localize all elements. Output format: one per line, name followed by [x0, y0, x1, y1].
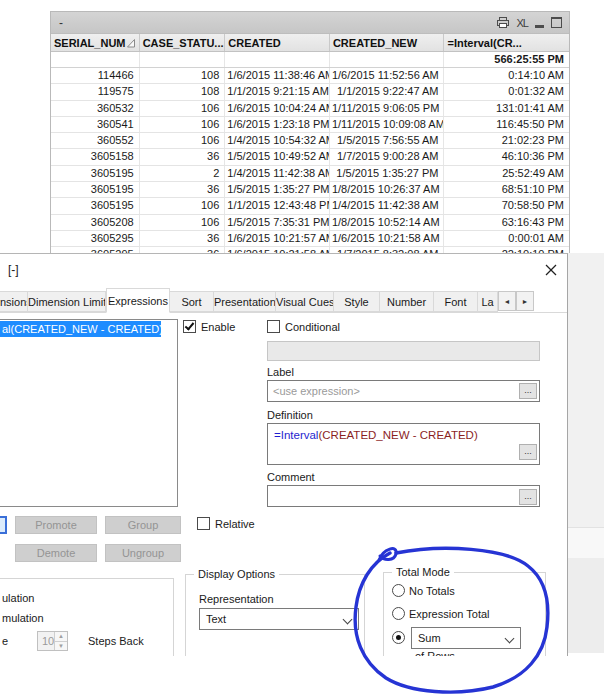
expression-listbox[interactable]: al(CREATED_NEW - CREATED) [0, 319, 178, 507]
sum-aggregate-select[interactable]: Sum [411, 627, 521, 649]
table-cell[interactable]: 106 [140, 215, 226, 230]
tab-scroll-right-button[interactable]: ► [516, 291, 534, 311]
expression-total-radio[interactable] [392, 607, 405, 620]
relative-checkbox[interactable] [197, 517, 210, 530]
table-row[interactable]: 36051951061/1/2015 12:43:48 PM1/4/2015 1… [51, 198, 569, 214]
table-cell[interactable]: 1/5/2015 7:35:31 PM [225, 215, 330, 230]
no-totals-option[interactable]: No Totals [392, 584, 455, 597]
stepper-up-icon[interactable]: ▲ [55, 632, 67, 642]
table-cell[interactable]: 106 [140, 133, 226, 148]
table-cell[interactable]: 68:51:10 PM [444, 182, 569, 197]
excel-export-icon[interactable]: XL [517, 17, 528, 29]
accumulation-option-fragment[interactable]: mulation [2, 612, 44, 624]
table-row[interactable]: 1144661081/6/2015 11:38:46 AM1/6/2015 11… [51, 68, 569, 84]
table-cell[interactable]: 1/6/2015 1:23:18 PM [225, 117, 330, 132]
print-icon[interactable] [496, 16, 510, 29]
table-cell[interactable]: 3605208 [51, 215, 140, 230]
table-row[interactable]: 3605521061/4/2015 10:54:32 AM1/5/2015 7:… [51, 133, 569, 149]
table-cell[interactable]: 1/5/2015 1:35:27 PM [330, 166, 445, 181]
comment-input[interactable]: ... [267, 485, 540, 507]
table-cell[interactable]: 25:52:49 AM [444, 166, 569, 181]
accumulation-option-fragment[interactable]: ulation [2, 592, 34, 604]
tab-la[interactable]: La [478, 291, 498, 312]
column-header[interactable]: CREATED_NEW [330, 34, 445, 51]
stepper-down-icon[interactable]: ▼ [55, 642, 67, 651]
tab-expressions[interactable]: Expressions [106, 288, 170, 313]
tab-visual-cues[interactable]: Visual Cues [276, 291, 334, 312]
group-button[interactable]: Group [105, 516, 181, 534]
tab-dimension-limits[interactable]: Dimension Limits [28, 291, 106, 312]
accumulation-option-fragment[interactable]: e [2, 635, 8, 647]
table-cell[interactable]: 3605195 [51, 198, 140, 213]
focused-button-fragment[interactable] [0, 516, 7, 534]
maximize-icon[interactable] [551, 17, 562, 28]
sum-of-rows-radio[interactable] [392, 631, 405, 644]
table-cell[interactable]: 36 [140, 231, 226, 246]
table-cell[interactable]: 106 [140, 117, 226, 132]
table-cell[interactable]: 1/6/2015 10:21:57 AM [225, 231, 330, 246]
table-cell[interactable]: 1/11/2015 9:06:05 PM [330, 101, 445, 116]
column-header[interactable]: SERIAL_NUM [51, 34, 140, 51]
table-cell[interactable]: 21:02:23 PM [444, 133, 569, 148]
table-cell[interactable]: 2 [140, 166, 226, 181]
table-cell[interactable]: 360541 [51, 117, 140, 132]
label-input[interactable]: <use expression> ... [267, 380, 540, 402]
table-cell[interactable]: 63:16:43 PM [444, 215, 569, 230]
demote-button[interactable]: Demote [15, 544, 97, 562]
definition-browse-button[interactable]: ... [519, 444, 537, 460]
table-row[interactable]: 1195751081/1/2015 9:21:15 AM1/1/2015 9:2… [51, 84, 569, 100]
table-row[interactable]: 3605158361/5/2015 10:49:52 AM1/7/2015 9:… [51, 149, 569, 165]
table-cell[interactable]: 36 [140, 182, 226, 197]
tab-presentation[interactable]: Presentation [214, 291, 276, 312]
table-cell[interactable]: 1/1/2015 12:43:48 PM [225, 198, 330, 213]
table-row[interactable]: 3605411061/6/2015 1:23:18 PM1/11/2015 10… [51, 117, 569, 133]
table-cell[interactable]: 1/5/2015 10:49:52 AM [225, 149, 330, 164]
column-header[interactable]: CREATED [225, 34, 330, 51]
table-cell[interactable]: 1/6/2015 10:21:58 AM [330, 231, 445, 246]
no-totals-radio[interactable] [392, 584, 405, 597]
table-cell[interactable]: 119575 [51, 84, 140, 99]
table-cell[interactable]: 131:01:41 AM [444, 101, 569, 116]
column-header[interactable]: =Interval(CR... [444, 34, 569, 51]
table-cell[interactable]: 114466 [51, 68, 140, 83]
table-cell[interactable]: 3605195 [51, 166, 140, 181]
table-row[interactable]: 3605195361/5/2015 1:35:27 PM1/8/2015 10:… [51, 182, 569, 198]
table-cell[interactable]: 1/4/2015 10:54:32 AM [225, 133, 330, 148]
table-window-titlebar[interactable]: - XL [51, 12, 569, 34]
tab-font[interactable]: Font [434, 291, 478, 312]
table-cell[interactable]: 1/8/2015 10:26:37 AM [330, 182, 445, 197]
minimize-icon[interactable] [535, 18, 544, 28]
table-row[interactable]: 36052081061/5/2015 7:35:31 PM1/8/2015 10… [51, 215, 569, 231]
comment-browse-button[interactable]: ... [519, 489, 537, 505]
table-cell[interactable]: 46:10:36 PM [444, 149, 569, 164]
table-cell[interactable]: 106 [140, 198, 226, 213]
table-cell[interactable]: 1/1/2015 9:22:47 AM [330, 84, 445, 99]
definition-input[interactable]: =Interval(CREATED_NEW - CREATED) ... [267, 423, 540, 465]
table-cell[interactable]: 1/5/2015 7:56:55 AM [330, 133, 445, 148]
tab-sort[interactable]: Sort [170, 291, 214, 312]
steps-back-stepper[interactable]: 10 ▲▼ [37, 631, 68, 651]
tab-style[interactable]: Style [334, 291, 380, 312]
conditional-checkbox[interactable] [267, 320, 280, 333]
table-cell[interactable]: 1/4/2015 11:42:38 AM [225, 166, 330, 181]
table-cell[interactable]: 0:00:01 AM [444, 231, 569, 246]
tab-nsions[interactable]: nsions [0, 291, 28, 312]
table-cell[interactable]: 1/7/2015 9:00:28 AM [330, 149, 445, 164]
table-row[interactable]: 3605295361/6/2015 10:21:57 AM1/6/2015 10… [51, 231, 569, 247]
table-cell[interactable]: 1/6/2015 10:04:24 AM [225, 101, 330, 116]
tab-number[interactable]: Number [380, 291, 434, 312]
table-cell[interactable]: 1/11/2015 10:09:08 AM [330, 117, 445, 132]
table-cell[interactable]: 116:45:50 PM [444, 117, 569, 132]
expression-list-item-selected[interactable]: al(CREATED_NEW - CREATED) [0, 321, 161, 337]
promote-button[interactable]: Promote [15, 516, 97, 534]
table-cell[interactable]: 3605195 [51, 182, 140, 197]
table-cell[interactable]: 360532 [51, 101, 140, 116]
table-cell[interactable]: 106 [140, 101, 226, 116]
expression-total-option[interactable]: Expression Total [392, 607, 490, 620]
table-cell[interactable]: 36 [140, 149, 226, 164]
label-browse-button[interactable]: ... [519, 383, 537, 399]
ungroup-button[interactable]: Ungroup [105, 544, 181, 562]
table-cell[interactable]: 0:01:32 AM [444, 84, 569, 99]
table-cell[interactable]: 1/6/2015 11:38:46 AM [225, 68, 330, 83]
table-cell[interactable]: 3605295 [51, 231, 140, 246]
